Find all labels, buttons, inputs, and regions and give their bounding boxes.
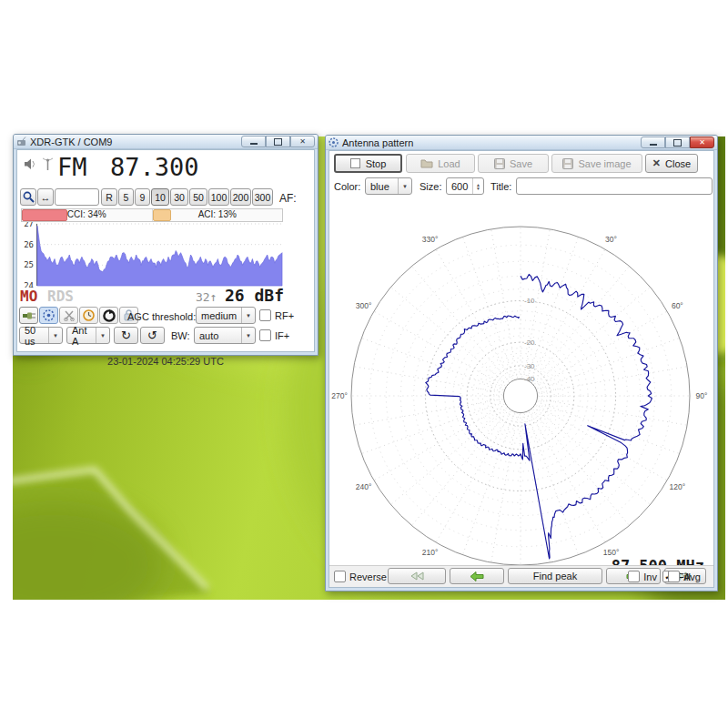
minimize-icon <box>250 143 258 145</box>
signal-axis-tick: 25 <box>24 260 34 269</box>
cut-button[interactable] <box>59 307 78 324</box>
desktop: { "icons": { "close_glyph": "✕", "dropdo… <box>0 0 728 728</box>
angle-label: 120° <box>670 482 686 491</box>
antenna-icon[interactable] <box>42 157 54 171</box>
scheduler-button[interactable] <box>79 307 98 324</box>
step-button-5[interactable]: 5 <box>118 188 134 206</box>
radial-db-label: -30 <box>524 362 535 370</box>
spinner-arrows-icon[interactable]: ▲▼ <box>472 178 483 194</box>
app-icon <box>329 137 339 147</box>
angle-label: 30° <box>605 235 617 244</box>
frequency-input[interactable] <box>55 188 99 206</box>
rds-indicator: RDS <box>47 288 74 305</box>
chevron-down-icon: ▼ <box>241 328 255 343</box>
rf-checkbox-box <box>259 309 271 321</box>
close-button[interactable]: ✕ <box>290 136 315 147</box>
af-label: AF: <box>279 192 297 205</box>
step-button-9[interactable]: 9 <box>135 188 150 206</box>
reverse-checkbox-box <box>334 571 346 582</box>
signal-axis-tick: 27 <box>24 222 34 228</box>
reverse-checkbox[interactable]: Reverse <box>334 571 387 582</box>
step-button-200[interactable]: 200 <box>230 188 251 206</box>
signal-graph[interactable]: 27262524 <box>19 222 283 288</box>
close-x-icon: ✕ <box>652 157 661 169</box>
minimize-button[interactable] <box>641 136 665 148</box>
window-title: XDR-GTK / COM9 <box>30 136 112 147</box>
save-image-icon <box>562 158 573 169</box>
frequency-display: 87.300 <box>110 153 199 181</box>
close-pattern-button[interactable]: ✕Close <box>645 154 698 173</box>
status-bar: 23-01-2024 04:25:29 UTC <box>17 356 314 367</box>
antenna-trace <box>426 274 652 559</box>
swap-button[interactable]: ↔ <box>37 188 54 206</box>
antenna-dropdown[interactable]: Ant A▼ <box>66 327 110 344</box>
rotator-button[interactable] <box>99 307 118 324</box>
cci-bar: CCI: 34% <box>22 209 153 221</box>
antenna-titlebar[interactable]: Antenna pattern ✕ <box>326 136 717 150</box>
mode-display: FM <box>57 153 87 181</box>
angle-label: 60° <box>672 301 683 310</box>
stop-button[interactable]: Stop <box>334 154 402 173</box>
pattern-bottom-bar: Reverse Find peak Inv ✓Fill Avg <box>329 565 713 587</box>
bw-dropdown[interactable]: auto▼ <box>194 327 256 344</box>
if-checkbox-box <box>259 329 271 341</box>
agc-dropdown[interactable]: medium▼ <box>196 307 256 324</box>
save-image-button[interactable]: Save image <box>551 154 642 173</box>
save-button[interactable]: Save <box>478 154 549 173</box>
speaker-icon[interactable] <box>24 157 37 171</box>
close-button[interactable]: ✕ <box>690 136 714 148</box>
bw-label: BW: <box>171 330 190 341</box>
scissors-icon <box>64 310 75 321</box>
rotate-ccw-button[interactable]: ↺ <box>140 327 165 344</box>
avg-checkbox[interactable]: Avg <box>668 571 701 582</box>
minimize-icon <box>650 144 657 146</box>
step-button-50[interactable]: 50 <box>189 188 207 206</box>
step-back-button[interactable] <box>450 568 504 584</box>
step-button-R[interactable]: R <box>101 188 117 206</box>
signal-peak: 32↑ <box>196 290 217 304</box>
skip-back-button[interactable] <box>388 568 446 584</box>
pattern-title-input[interactable] <box>516 177 713 195</box>
signal-axis-tick: 26 <box>24 240 34 249</box>
step-button-10[interactable]: 10 <box>151 188 169 206</box>
inv-checkbox[interactable]: Inv <box>628 571 657 582</box>
chevron-down-icon: ▼ <box>398 178 411 194</box>
polar-plot[interactable]: 30°60°90°120°150°180°210°240°270°300°330… <box>329 201 719 572</box>
tuner-window: XDR-GTK / COM9 ✕ FM 87.300 ↔ R5910305010… <box>13 134 318 356</box>
deemphasis-dropdown[interactable]: 50 us▼ <box>19 327 63 344</box>
double-left-arrow-icon <box>410 571 424 581</box>
window-title: Antenna pattern <box>342 137 413 148</box>
scan-button[interactable] <box>20 188 36 206</box>
step-button-100[interactable]: 100 <box>208 188 229 206</box>
maximize-button[interactable] <box>665 136 690 148</box>
radial-db-label: -10 <box>524 297 535 305</box>
app-icon <box>16 136 26 147</box>
rotate-ccw-icon: ↺ <box>147 329 157 342</box>
rds-spy-button[interactable] <box>39 307 58 324</box>
find-peak-button[interactable]: Find peak <box>508 568 602 584</box>
rf-checkbox[interactable]: RF+ <box>259 309 294 321</box>
size-spinner[interactable]: 600▲▼ <box>446 177 484 195</box>
color-dropdown[interactable]: blue▼ <box>365 177 412 195</box>
step-button-30[interactable]: 30 <box>170 188 188 206</box>
minimize-button[interactable] <box>241 136 266 147</box>
angle-label: 240° <box>356 482 372 491</box>
chevron-down-icon: ▼ <box>48 328 62 343</box>
load-button[interactable]: Load <box>406 154 475 173</box>
inv-checkbox-box <box>628 571 640 582</box>
maximize-button[interactable] <box>266 136 290 147</box>
stop-icon <box>350 158 360 168</box>
angle-label: 210° <box>422 548 439 557</box>
if-checkbox[interactable]: IF+ <box>259 329 289 341</box>
agc-label: AGC threshold: <box>127 311 196 322</box>
antenna-content: Stop Load Save Save image ✕Close Color: … <box>329 150 714 588</box>
rotate-cw-button[interactable]: ↻ <box>114 327 138 344</box>
connect-button[interactable] <box>19 307 38 324</box>
close-icon: ✕ <box>699 138 705 147</box>
tuner-titlebar[interactable]: XDR-GTK / COM9 ✕ <box>14 135 318 149</box>
angle-label: 300° <box>356 301 372 310</box>
cci-label: CCI: 34% <box>22 209 152 219</box>
antenna-pattern-window: Antenna pattern ✕ Stop Load Save Save im… <box>325 135 718 592</box>
angle-label: 330° <box>422 235 439 244</box>
step-button-300[interactable]: 300 <box>252 188 273 206</box>
